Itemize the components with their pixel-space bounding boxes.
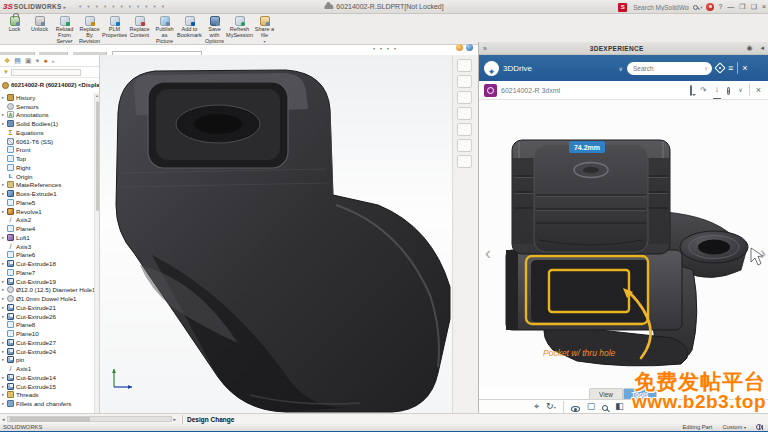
viewer-tab[interactable]: Tools [623, 388, 657, 399]
close-button[interactable]: × [762, 0, 766, 14]
file-explorer-icon[interactable] [457, 91, 472, 104]
ribbon-button[interactable]: Share a file ▾ [252, 15, 277, 43]
tree-item[interactable]: ▸ Revolve1 [0, 207, 94, 216]
cascade-button[interactable]: ❏ [751, 0, 757, 14]
dimxpert-manager-tab-icon[interactable]: ⌖ [36, 55, 40, 67]
previous-item-chevron[interactable]: ‹ [485, 244, 491, 262]
section-cut-icon[interactable]: ◧ [615, 400, 624, 413]
horizontal-scrollbar[interactable] [7, 416, 172, 422]
magnifier-icon[interactable] [602, 405, 608, 411]
tree-item[interactable]: ▸ Annotations [0, 111, 94, 120]
tree-item[interactable]: Front [0, 146, 94, 155]
solidworks-resources-tile-icon[interactable]: S [618, 3, 627, 12]
display-style-icon[interactable] [379, 43, 382, 54]
appearances-icon[interactable] [457, 123, 472, 136]
scene-ball-icon[interactable] [466, 44, 473, 51]
display-manager-tab-icon[interactable]: ● [43, 55, 47, 67]
undo[interactable]: ▾ [117, 1, 124, 13]
tree-item[interactable]: Axis2 [0, 216, 94, 225]
edit-appearance-icon[interactable] [393, 43, 396, 54]
zoom-window-icon[interactable]: ▢ [587, 400, 596, 413]
viewer-tab[interactable]: View [589, 388, 623, 399]
tree-item[interactable]: ▸ Boss-Extrude1 [0, 189, 94, 198]
view-orientation-icon[interactable] [372, 43, 375, 54]
tag-icon[interactable] [714, 62, 725, 73]
tree-item[interactable]: Plane7 [0, 268, 94, 277]
print[interactable]: ▾ [109, 1, 116, 13]
model-tab[interactable]: Design Change [187, 416, 234, 423]
configuration-manager-tab-icon[interactable]: ▣ [25, 55, 32, 67]
minimize-button[interactable]: — [727, 0, 734, 14]
panel-pin-icon[interactable]: ◉ [742, 44, 756, 52]
tree-item[interactable]: ▸ pin [0, 356, 94, 365]
ribbon-button[interactable]: Refresh MySession [227, 15, 252, 43]
tree-item[interactable]: ▸ Cut-Extrude14 [0, 373, 94, 382]
next-item-chevron[interactable]: › [760, 244, 766, 262]
mysolidworks-search[interactable]: ▾ [631, 2, 702, 12]
save[interactable]: ▾ [101, 1, 108, 13]
scroll-right-icon[interactable]: ▸ [172, 416, 179, 422]
tree-item[interactable]: Origin [0, 172, 94, 181]
expand-chevron-icon[interactable]: ∨ [736, 81, 744, 100]
fit-view-icon[interactable]: ⌖ [534, 400, 539, 413]
graphics-viewport[interactable] [100, 55, 452, 413]
open-document[interactable]: ▾ [93, 1, 100, 13]
3ddrive-search-input[interactable] [631, 64, 691, 73]
tree-item[interactable]: Equations [0, 128, 94, 137]
tab-overflow-icon[interactable]: » [52, 55, 55, 67]
3d-preview-viewer[interactable]: ‹ › [479, 100, 768, 388]
ribbon-button[interactable]: Lock [2, 15, 27, 37]
tree-item[interactable]: Axis3 [0, 242, 94, 251]
app-selector-dropdown[interactable]: 3DDrive ∨ [503, 64, 623, 73]
panel-dock-icon[interactable]: ◂ [756, 44, 768, 52]
3dexperience-compass-icon[interactable] [484, 61, 499, 76]
tree-item[interactable]: ▸ Cut-Extrude19 [0, 277, 94, 286]
view-palette-icon[interactable] [457, 107, 472, 120]
tree-item[interactable]: Top [0, 154, 94, 163]
tree-item[interactable]: ▸ Cut-Extrude24 [0, 347, 94, 356]
menu-icon[interactable]: ≡ [728, 55, 733, 81]
3ddrive-search[interactable]: ∨ [627, 62, 712, 75]
tree-item[interactable]: ▸ Solid Bodies(1) [0, 119, 94, 128]
tree-item[interactable]: Sensors [0, 102, 94, 111]
redo[interactable]: ▾ [126, 1, 133, 13]
home[interactable]: ▾ [76, 1, 83, 13]
file-properties[interactable]: ▾ [150, 1, 157, 13]
hide-show-items-icon[interactable] [386, 43, 389, 54]
logo-caret-icon[interactable]: ▸ [64, 4, 67, 10]
property-manager-tab-icon[interactable]: ▤ [14, 55, 21, 67]
ribbon-button[interactable]: Unlock [27, 15, 52, 37]
tree-item[interactable]: Plane8 [0, 321, 94, 330]
rebuild[interactable]: ▾ [142, 1, 149, 13]
options[interactable]: ▾ [159, 1, 166, 13]
rotate-view-icon[interactable]: ↻ [546, 400, 556, 414]
select[interactable]: ▾ [134, 1, 141, 13]
ribbon-button[interactable]: PLM Properties [102, 15, 127, 43]
tree-item[interactable]: Plane4 [0, 224, 94, 233]
app-close-icon[interactable]: × [742, 55, 747, 81]
download-icon[interactable]: ↓ [713, 82, 721, 99]
info-icon[interactable]: i [727, 87, 731, 95]
search-scope-caret-icon[interactable]: ∨ [704, 65, 708, 71]
viewer-close-icon[interactable]: × [754, 81, 763, 100]
share-icon[interactable]: ↷ [698, 81, 709, 100]
filter-input[interactable] [11, 69, 81, 76]
filter-icon[interactable]: ▼ [3, 69, 9, 75]
restore-button[interactable]: ❐ [739, 0, 745, 14]
tree-scrollbar[interactable]: ▲ [94, 93, 99, 413]
tree-item[interactable]: Plane10 [0, 329, 94, 338]
design-library-icon[interactable] [457, 75, 472, 88]
ribbon-button[interactable]: Reload From Server [52, 15, 77, 48]
help-button[interactable]: ? [718, 0, 722, 14]
units-dropdown[interactable]: Custom ▾ [722, 424, 746, 430]
solidworks-resources-icon[interactable] [457, 155, 472, 168]
user-login-icon[interactable] [706, 3, 714, 11]
tree-item[interactable]: Plane6 [0, 251, 94, 260]
tree-item[interactable]: ▸ MateReferences [0, 181, 94, 190]
tree-item[interactable]: ▸ Cut-Extrude26 [0, 312, 94, 321]
visibility-icon[interactable] [571, 406, 580, 412]
tree-item[interactable]: ▸ Ø1.0mm Dowel Hole1 [0, 294, 94, 303]
tree-item[interactable]: Right [0, 163, 94, 172]
ribbon-button[interactable]: Replace Content [127, 15, 152, 43]
scroll-up-icon[interactable]: ▲ [95, 93, 99, 98]
